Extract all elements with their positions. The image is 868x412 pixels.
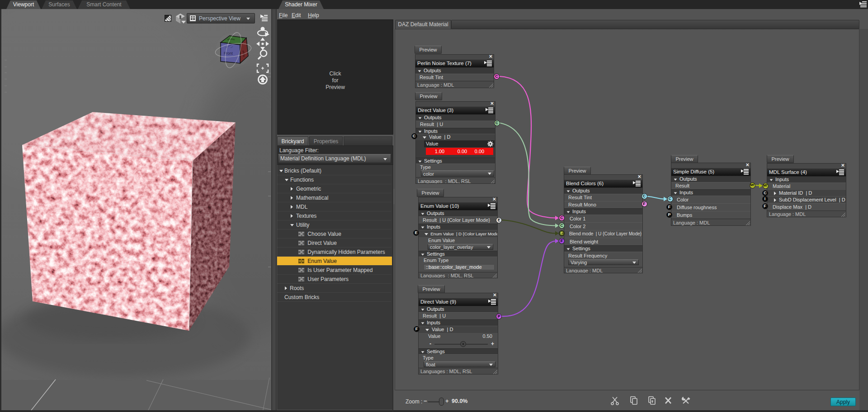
svg-text:Front: Front <box>224 51 233 56</box>
